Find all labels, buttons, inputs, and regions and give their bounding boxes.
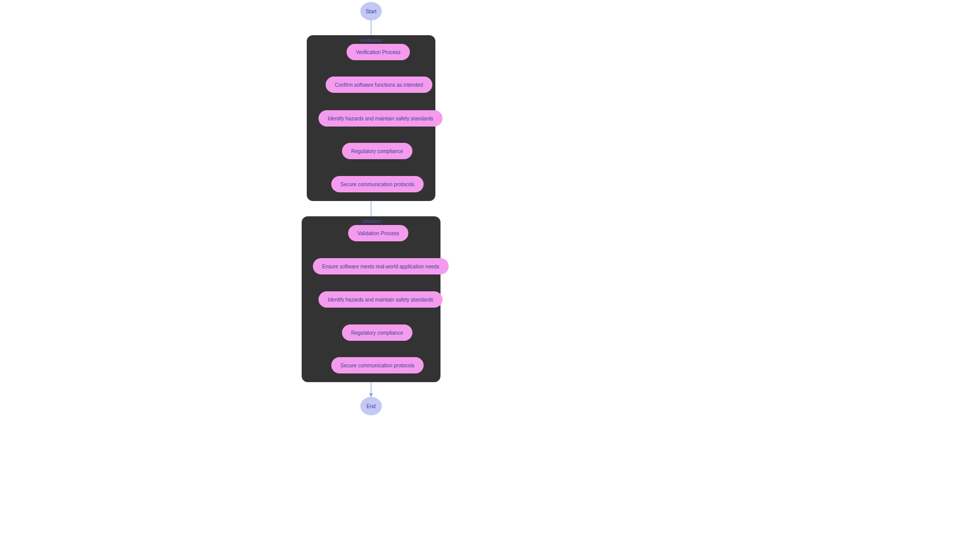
node-label: Identify hazards and maintain safety sta…	[328, 116, 433, 121]
end-label: End	[366, 404, 376, 409]
node-label: Regulatory compliance	[351, 148, 403, 154]
node-identify-hazards-2: Identify hazards and maintain safety sta…	[318, 291, 443, 308]
connectors-layer	[0, 0, 980, 551]
node-label: Ensure software meets real-world applica…	[322, 264, 439, 269]
node-label: Identify hazards and maintain safety sta…	[328, 297, 433, 303]
node-regulatory-1: Regulatory compliance	[342, 143, 412, 159]
node-secure-comm-2: Secure communication protocols	[331, 357, 424, 373]
end-node: End	[360, 397, 382, 415]
node-verification-process: Verification Process	[347, 44, 410, 60]
node-regulatory-2: Regulatory compliance	[342, 324, 412, 341]
node-identify-hazards-1: Identify hazards and maintain safety sta…	[318, 110, 443, 127]
group-validation-label: Validation	[302, 219, 440, 224]
node-label: Regulatory compliance	[351, 330, 403, 336]
node-label: Verification Process	[356, 49, 401, 55]
group-verification-label: Verification	[307, 38, 435, 43]
node-ensure-realworld: Ensure software meets real-world applica…	[313, 258, 449, 274]
node-validation-process: Validation Process	[348, 225, 408, 241]
node-label: Secure communication protocols	[340, 363, 414, 368]
diagram-canvas: Start Verification Verification Process …	[0, 0, 980, 551]
node-confirm-functions: Confirm software functions as intended	[326, 77, 432, 93]
start-label: Start	[365, 9, 376, 14]
start-node: Start	[360, 2, 382, 20]
node-label: Secure communication protocols	[340, 182, 414, 187]
node-label: Confirm software functions as intended	[335, 82, 423, 88]
node-secure-comm-1: Secure communication protocols	[331, 176, 424, 192]
node-label: Validation Process	[357, 231, 399, 236]
